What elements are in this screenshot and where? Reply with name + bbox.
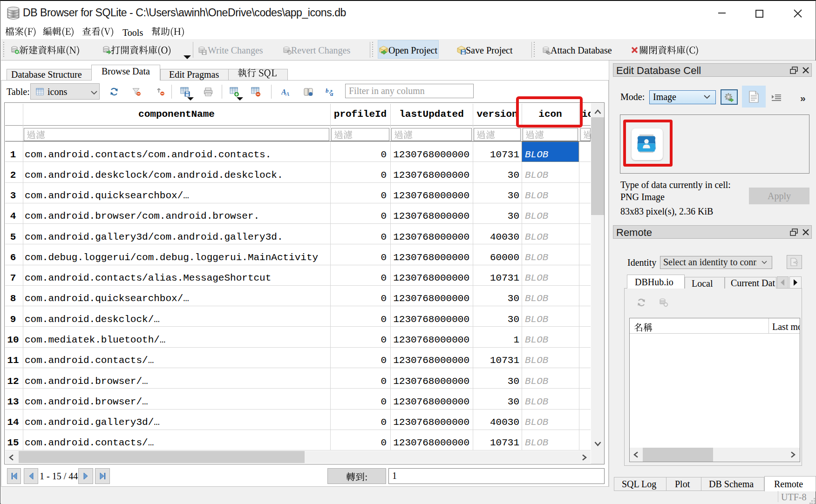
- svg-text:b: b: [326, 87, 329, 94]
- svg-text:A: A: [285, 90, 290, 96]
